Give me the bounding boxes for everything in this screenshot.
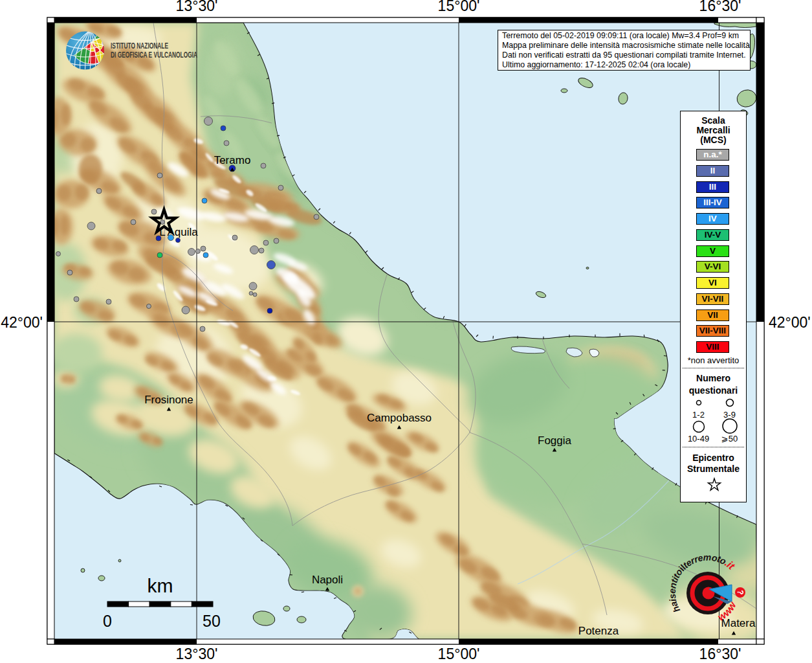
svg-text:Teramo: Teramo (214, 154, 251, 166)
svg-text:ISTITUTO NAZIONALE: ISTITUTO NAZIONALE (111, 41, 168, 51)
svg-text:Campobasso: Campobasso (367, 412, 432, 424)
svg-text:km: km (148, 575, 173, 596)
svg-text:50: 50 (203, 612, 221, 630)
svg-text:Napoli: Napoli (312, 574, 343, 586)
svg-text:Potenza: Potenza (578, 625, 619, 637)
svg-text:Foggia: Foggia (538, 434, 572, 447)
svg-text:DI GEOFISICA E VULCANOLOGIA: DI GEOFISICA E VULCANOLOGIA (111, 50, 197, 60)
svg-text:Frosinone: Frosinone (144, 394, 193, 406)
svg-text:?: ? (736, 590, 745, 594)
svg-text:0: 0 (103, 612, 112, 630)
svg-text:L’Aquila: L’Aquila (159, 226, 198, 238)
